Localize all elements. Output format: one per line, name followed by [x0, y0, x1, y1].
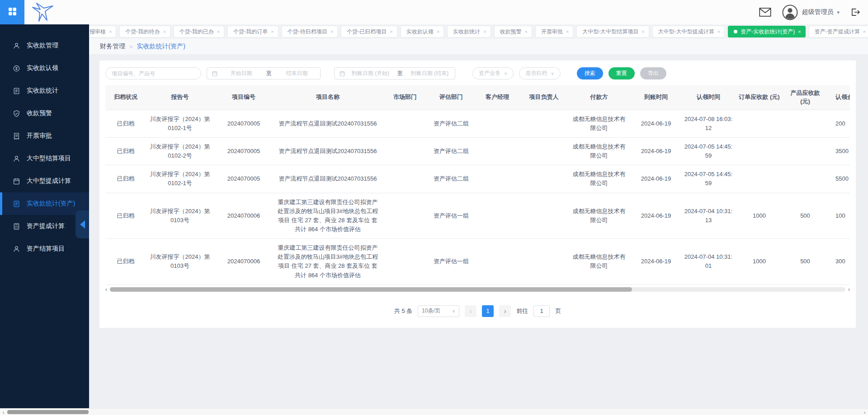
- tab-item-实收款认领[interactable]: 实收款认领×: [401, 26, 444, 37]
- cell-项目负责人: [520, 165, 567, 193]
- page-size-select[interactable]: 10条/页 ∨: [418, 305, 459, 317]
- report-date-range[interactable]: 开始日期 至 结束日期: [207, 67, 321, 79]
- scroll-right-icon[interactable]: ›: [861, 409, 868, 415]
- scroll-left-icon[interactable]: ‹: [0, 409, 7, 415]
- close-icon[interactable]: ×: [525, 29, 528, 34]
- scrollbar-thumb[interactable]: [110, 287, 632, 292]
- data-table: 归档状况报告号项目编号项目名称市场部门评估部门客户经理项目负责人付款方到账时间认…: [105, 85, 850, 285]
- mail-icon[interactable]: [759, 8, 771, 17]
- cell-项目编号: 2024070005: [214, 110, 274, 137]
- sidebar-item-收款预警[interactable]: 收款预警: [0, 102, 89, 125]
- cell-产品应收款 (元): [783, 110, 827, 137]
- column-header-项目负责人: 项目负责人: [520, 85, 567, 110]
- tab-item-实收款统计[interactable]: 实收款统计×: [447, 26, 491, 37]
- close-icon[interactable]: ×: [566, 29, 569, 34]
- topbar-actions: 超级管理员 ▾: [759, 0, 860, 24]
- cell-客户经理: [474, 239, 520, 285]
- tab-label: 大中型-大中型提成计算: [658, 28, 714, 36]
- scroll-right-icon[interactable]: ›: [848, 286, 850, 293]
- apps-grid-button[interactable]: [0, 0, 24, 24]
- sidebar-item-大中型结算项目[interactable]: 大中型结算项目: [0, 147, 89, 170]
- column-header-认领时间: 认领时间: [681, 85, 736, 110]
- content-card: 开始日期 至 结束日期 到账日期 (开始) 至 到账日期 (结束) 资产业务 ∨…: [99, 61, 856, 328]
- user-icon: [13, 245, 20, 253]
- table-row[interactable]: 已归档川友评报字（2024）第0103号2024070006重庆建工第三建设有限…: [105, 193, 850, 239]
- tab-item-开票审批[interactable]: 开票审批×: [535, 26, 573, 37]
- table-row[interactable]: 已归档川友评报字（2024）第0102-2号2024070005资产流程节点退回…: [105, 137, 850, 165]
- search-button[interactable]: 搜索: [577, 67, 603, 79]
- logout-icon[interactable]: [850, 8, 860, 17]
- sidebar-item-开票审批[interactable]: 开票审批: [0, 125, 89, 147]
- keyword-input[interactable]: [105, 67, 201, 79]
- table-row[interactable]: 已归档川友评报字（2024）第0103号2024070006重庆建工第三建设有限…: [105, 239, 850, 285]
- sidebar-item-实收款认领[interactable]: 实收款认领: [0, 57, 89, 79]
- goto-page-input[interactable]: [533, 305, 550, 317]
- close-icon[interactable]: ×: [642, 29, 644, 34]
- export-button[interactable]: 导出: [640, 67, 666, 79]
- window-scrollbar-thumb[interactable]: [7, 410, 89, 414]
- tab-item-资产-资产提成计算[interactable]: 资产-资产提成计算×: [809, 26, 868, 37]
- cell-到账时间: 2024-06-19: [631, 239, 681, 285]
- table-hscrollbar: ‹ ›: [105, 286, 850, 293]
- sidebar-item-资产结算项目[interactable]: 资产结算项目: [0, 238, 89, 260]
- chevron-down-icon: ∨: [551, 71, 554, 76]
- cell-付款方: 成都无糖信息技术有限公司: [567, 165, 631, 193]
- sidebar-collapse-button[interactable]: [75, 210, 89, 238]
- page-1-button[interactable]: 1: [482, 305, 494, 317]
- table-row[interactable]: 已归档川友评报字（2024）第0102-1号2024070005资产流程节点退回…: [105, 110, 850, 137]
- close-icon[interactable]: ×: [717, 29, 720, 34]
- sidebar-item-大中型提成计算[interactable]: 大中型提成计算: [0, 170, 89, 192]
- calculator-icon: [13, 223, 20, 230]
- tab-item-大中型-大中型提成计算[interactable]: 大中型-大中型提成计算×: [652, 26, 725, 37]
- close-icon[interactable]: ×: [163, 29, 165, 34]
- close-icon[interactable]: ×: [271, 29, 274, 34]
- tab-item-大中型-大中型结算项目[interactable]: 大中型-大中型结算项目×: [576, 26, 649, 37]
- tab-item-收款预警[interactable]: 收款预警×: [494, 26, 532, 37]
- sidebar-item-实收款统计[interactable]: 实收款统计: [0, 79, 89, 102]
- close-icon[interactable]: ×: [109, 29, 112, 34]
- sidebar-item-实收款管理[interactable]: 实收款管理: [0, 34, 89, 57]
- archived-select[interactable]: 是否归档 ∨: [519, 67, 560, 79]
- prev-page-button[interactable]: ‹: [465, 305, 476, 317]
- breadcrumb-separator: >: [129, 43, 133, 50]
- sidebar-item-实收款统计(资产)[interactable]: 实收款统计(资产): [0, 192, 89, 215]
- sidebar: 实收款管理实收款认领实收款统计收款预警开票审批大中型结算项目大中型提成计算实收款…: [0, 24, 89, 408]
- table-body: 已归档川友评报字（2024）第0102-1号2024070005资产流程节点退回…: [105, 110, 850, 284]
- cell-归档状况: 已归档: [105, 239, 146, 285]
- arrival-date-range[interactable]: 到账日期 (开始) 至 到账日期 (结束): [334, 67, 455, 79]
- close-icon[interactable]: ×: [863, 29, 866, 34]
- close-icon[interactable]: ×: [798, 29, 801, 34]
- tab-item-个贷-我的待办[interactable]: 个贷-我的待办×: [119, 26, 170, 37]
- sidebar-item-label: 实收款统计(资产): [27, 200, 75, 208]
- tab-item-成申报审核[interactable]: 成申报审核×: [89, 26, 116, 37]
- tab-item-个贷-我的订单[interactable]: 个贷-我的订单×: [227, 26, 278, 37]
- close-icon[interactable]: ×: [330, 29, 333, 34]
- close-icon[interactable]: ×: [217, 29, 220, 34]
- tab-label: 实收款统计: [453, 28, 480, 36]
- scrollbar-track[interactable]: [110, 287, 845, 292]
- sidebar-item-label: 收款预警: [27, 109, 52, 117]
- user-menu[interactable]: 超级管理员 ▾: [782, 5, 840, 20]
- tab-label: 个贷-已归档项目: [347, 28, 387, 36]
- close-icon[interactable]: ×: [437, 29, 439, 34]
- column-header-到账时间: 到账时间: [631, 85, 681, 110]
- tab-item-个贷-已归档项目[interactable]: 个贷-已归档项目×: [341, 26, 397, 37]
- reset-button[interactable]: 重置: [609, 67, 635, 79]
- tab-item-个贷-待归档项目[interactable]: 个贷-待归档项目×: [282, 26, 338, 37]
- asset-business-select[interactable]: 资产业务 ∨: [472, 67, 514, 79]
- tab-item-资产-实收款统计(资产)[interactable]: 资产-实收款统计(资产)×: [728, 26, 805, 37]
- scroll-left-icon[interactable]: ‹: [105, 286, 107, 293]
- column-header-付款方: 付款方: [567, 85, 631, 110]
- close-icon[interactable]: ×: [390, 29, 392, 34]
- cell-项目负责人: [520, 239, 567, 285]
- table-row[interactable]: 已归档川友评报字（2024）第0102-1号2024070005资产流程节点退回…: [105, 165, 850, 193]
- next-page-button[interactable]: ›: [499, 305, 511, 317]
- shield-check-icon: [13, 110, 20, 117]
- breadcrumb-parent[interactable]: 财务管理: [100, 42, 125, 51]
- cell-订单应收款 (元): 1000: [736, 239, 783, 285]
- arrival-end-placeholder: 到账日期 (结束): [409, 70, 450, 77]
- tab-item-个贷-我的已办[interactable]: 个贷-我的已办×: [174, 26, 224, 37]
- cell-认领时间: 2024-07-08 16:03:12: [681, 110, 736, 137]
- table-header-row: 归档状况报告号项目编号项目名称市场部门评估部门客户经理项目负责人付款方到账时间认…: [105, 85, 850, 110]
- close-icon[interactable]: ×: [483, 29, 486, 34]
